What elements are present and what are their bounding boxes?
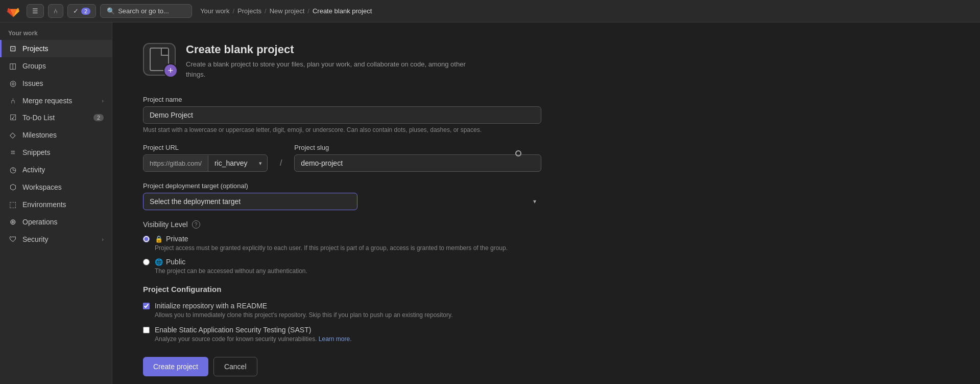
- merge-icon: ⑃: [8, 96, 17, 105]
- init-readme-label[interactable]: Initialize repository with a README: [155, 302, 267, 310]
- init-readme-checkbox[interactable]: [143, 303, 150, 309]
- activity-icon: ◷: [8, 165, 17, 174]
- sidebar-item-merge-requests[interactable]: ⑃ Merge requests ›: [0, 92, 112, 109]
- topbar: ☰ ⑃ ✓ 2 🔍 Search or go to... Your work /…: [0, 0, 980, 22]
- visibility-public-desc: The project can be accessed without any …: [155, 267, 307, 275]
- url-prefix: https://gitlab.com/: [144, 155, 208, 171]
- sidebar-label-security: Security: [22, 235, 49, 243]
- lock-icon: 🔒: [155, 235, 163, 243]
- chevron-down-icon: ▾: [254, 156, 267, 171]
- sidebar-item-issues[interactable]: ◎ Issues: [0, 75, 112, 92]
- page-title: Create blank project: [186, 43, 482, 56]
- project-url-group: Project URL https://gitlab.com/ ric_harv…: [143, 144, 268, 172]
- search-bar[interactable]: 🔍 Search or go to...: [100, 4, 192, 18]
- breadcrumb-your-work[interactable]: Your work: [200, 7, 229, 15]
- sidebar-item-milestones[interactable]: ◇ Milestones: [0, 126, 112, 144]
- visibility-private-label[interactable]: Private: [166, 235, 188, 243]
- breadcrumb: Your work / Projects / New project / Cre…: [200, 7, 974, 15]
- deployment-select-wrapper: Select the deployment target Kubernetes …: [143, 193, 541, 210]
- visibility-public-option: 🌐 Public The project can be accessed wit…: [143, 258, 541, 275]
- visibility-private-radio[interactable]: [143, 236, 150, 242]
- merge-request-button[interactable]: ⑃: [48, 4, 63, 18]
- project-slug-group: Project slug: [294, 144, 541, 172]
- deployment-target-group: Project deployment target (optional) Sel…: [143, 182, 541, 210]
- sidebar-label-snippets: Snippets: [22, 148, 50, 156]
- sidebar: Your work ⊡ Projects ◫ Groups ◎ Issues ⑃…: [0, 0, 112, 384]
- sast-label[interactable]: Enable Static Application Security Testi…: [155, 326, 311, 334]
- sidebar-toggle-icon: ☰: [32, 7, 38, 15]
- project-url-label: Project URL: [143, 144, 268, 151]
- issues-badge: 2: [81, 8, 90, 15]
- search-placeholder: Search or go to...: [118, 7, 169, 15]
- sidebar-label-milestones: Milestones: [22, 131, 57, 139]
- merge-icon: ⑃: [54, 7, 58, 15]
- sidebar-item-todo[interactable]: ☑ To-Do List 2: [0, 109, 112, 126]
- sidebar-toggle-button[interactable]: ☰: [27, 4, 44, 18]
- project-slug-label: Project slug: [294, 144, 541, 151]
- learn-more-link[interactable]: Learn more.: [319, 335, 352, 343]
- todo-icon: ☑: [8, 113, 17, 122]
- gitlab-logo: [6, 4, 20, 18]
- sidebar-item-security[interactable]: 🛡 Security ›: [0, 231, 112, 247]
- sidebar-label-projects: Projects: [22, 44, 49, 53]
- sidebar-item-workspaces[interactable]: ⬡ Workspaces: [0, 178, 112, 196]
- create-project-button[interactable]: Create project: [143, 357, 208, 376]
- issues-icon: ◎: [8, 79, 17, 88]
- namespace-select[interactable]: ric_harvey: [208, 155, 254, 171]
- chevron-right-icon: ›: [102, 98, 104, 104]
- sidebar-item-projects[interactable]: ⊡ Projects: [0, 40, 112, 57]
- sidebar-label-groups: Groups: [22, 62, 46, 70]
- form-actions: Create project Cancel: [143, 357, 541, 376]
- issues-button[interactable]: ✓ 2: [67, 4, 96, 18]
- project-slug-input[interactable]: [294, 154, 541, 172]
- sidebar-label-workspaces: Workspaces: [22, 183, 62, 191]
- slug-separator: /: [276, 159, 286, 168]
- sidebar-item-environments[interactable]: ⬚ Environments: [0, 196, 112, 213]
- sidebar-item-groups[interactable]: ◫ Groups: [0, 57, 112, 75]
- project-name-input[interactable]: [143, 106, 541, 124]
- sidebar-label-todo: To-Do List: [22, 114, 55, 122]
- snippets-icon: ⌗: [8, 148, 17, 157]
- visibility-public-label[interactable]: Public: [166, 258, 185, 266]
- visibility-label: Visibility Level: [143, 220, 188, 229]
- project-name-group: Project name Must start with a lowercase…: [143, 96, 541, 133]
- project-name-label: Project name: [143, 96, 541, 103]
- sidebar-label-activity: Activity: [22, 166, 45, 174]
- project-name-hint: Must start with a lowercase or uppercase…: [143, 126, 541, 133]
- sidebar-label-merge-requests: Merge requests: [22, 97, 72, 105]
- page-header: + Create blank project Create a blank pr…: [143, 43, 541, 79]
- visibility-group: Visibility Level ? 🔒 Private Project acc…: [143, 220, 541, 275]
- page-description: Create a blank project to store your fil…: [186, 59, 482, 79]
- groups-icon: ◫: [8, 61, 17, 71]
- chevron-right-icon: ›: [102, 236, 104, 242]
- deployment-select[interactable]: Select the deployment target Kubernetes …: [143, 193, 357, 210]
- sidebar-item-activity[interactable]: ◷ Activity: [0, 161, 112, 178]
- breadcrumb-new-project[interactable]: New project: [270, 7, 305, 15]
- visibility-private-option: 🔒 Private Project access must be granted…: [143, 235, 541, 252]
- visibility-private-desc: Project access must be granted explicitl…: [155, 244, 508, 252]
- projects-icon: ⊡: [8, 44, 17, 53]
- deployment-label: Project deployment target (optional): [143, 182, 541, 190]
- cancel-button[interactable]: Cancel: [213, 357, 257, 376]
- sidebar-section-label: Your work: [0, 22, 112, 40]
- url-row: Project URL https://gitlab.com/ ric_harv…: [143, 144, 541, 172]
- project-icon: +: [143, 43, 176, 76]
- sidebar-label-issues: Issues: [22, 79, 43, 87]
- globe-icon: 🌐: [155, 258, 163, 266]
- visibility-public-radio[interactable]: [143, 259, 150, 265]
- project-config-group: Project Configuration Initialize reposit…: [143, 285, 541, 343]
- operations-icon: ⊕: [8, 217, 17, 227]
- sidebar-item-snippets[interactable]: ⌗ Snippets: [0, 144, 112, 161]
- config-title: Project Configuration: [143, 285, 541, 293]
- todo-badge: 2: [93, 114, 104, 121]
- sast-checkbox[interactable]: [143, 327, 150, 333]
- sidebar-item-operations[interactable]: ⊕ Operations: [0, 213, 112, 231]
- search-icon: 🔍: [107, 7, 115, 15]
- environments-icon: ⬚: [8, 200, 17, 209]
- chevron-down-icon: ▾: [533, 198, 536, 205]
- url-group: https://gitlab.com/ ric_harvey ▾: [143, 154, 268, 172]
- breadcrumb-projects[interactable]: Projects: [237, 7, 261, 15]
- main-content: + Create blank project Create a blank pr…: [112, 0, 980, 384]
- init-readme-option: Initialize repository with a README Allo…: [143, 302, 541, 319]
- help-icon[interactable]: ?: [192, 220, 200, 229]
